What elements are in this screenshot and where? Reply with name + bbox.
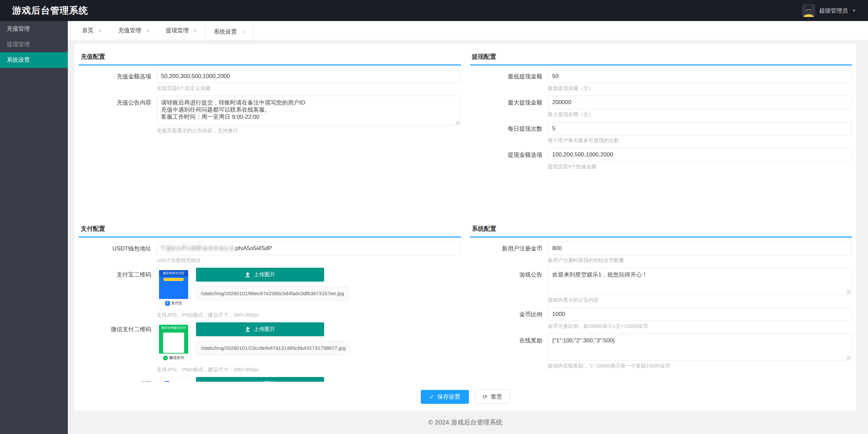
chevron-down-icon: ▼	[852, 8, 856, 13]
usdt-address-visible: pfvA5o5i4SdP	[235, 245, 272, 252]
tab-recharge[interactable]: 充值管理 ×	[110, 21, 158, 40]
close-icon[interactable]: ×	[242, 29, 245, 35]
user-name: 超级管理员	[819, 7, 848, 15]
alipay-qr-hint: 支持JPG、PNG格式，建议尺寸：300×300px	[157, 312, 460, 318]
avatar[interactable]	[802, 4, 815, 17]
app-title: 游戏后台管理系统	[12, 4, 88, 17]
alipay-logo-text: 支付宝	[171, 301, 182, 306]
withdraw-max-label: 最大提现金额	[470, 96, 548, 118]
usdt-address-label: USDT钱包地址	[79, 242, 157, 264]
upload-icon	[245, 272, 251, 278]
game-notice-label: 游戏公告	[470, 268, 548, 303]
tab-bar: 首页 × 充值管理 × 提现管理 × 系统设置 ×	[68, 21, 868, 40]
sidebar-item-withdraw[interactable]: 提现管理	[0, 37, 68, 52]
right-column: 提现配置 最低提现金额 最低提现金额（元） 最大提现金额	[470, 48, 852, 382]
withdraw-min-input[interactable]	[548, 70, 852, 83]
recharge-amounts-label: 充值金额选项	[79, 70, 157, 92]
recharge-amounts-hint: 充值页面6个自定义金额	[157, 85, 460, 92]
game-notice-hint: 游戏内显示的公告内容	[548, 297, 852, 303]
reset-button-label: 重置	[491, 393, 502, 401]
alipay-upload-button[interactable]: 上传图片	[196, 268, 324, 282]
tab-home[interactable]: 首页 ×	[74, 21, 110, 40]
system-config-card: 系统配置 新用户注册金币 新用户注册时获得的初始金币数量 游戏公告	[470, 220, 852, 369]
tab-home-label: 首页	[82, 26, 94, 34]
wechat-card-header: 推荐使用微信支付	[159, 325, 188, 331]
wechat-logo-icon: ✓	[163, 356, 168, 360]
withdraw-daily-label: 每日提现次数	[470, 122, 548, 144]
avatar-hair	[805, 5, 812, 10]
app-header: 游戏后台管理系统 超级管理员 ▼	[0, 0, 868, 21]
alipay-logo-icon: 支	[165, 301, 170, 306]
register-gold-input[interactable]	[548, 242, 852, 255]
reset-button[interactable]: ⟳ 重置	[475, 390, 510, 404]
user-menu[interactable]: 超级管理员 ▼	[802, 4, 856, 17]
upload-button-label: 上传图片	[254, 271, 275, 278]
withdraw-options-hint: 提现页面5个快速金额	[548, 164, 852, 170]
alipay-card-header: 推荐使用支付宝	[159, 270, 188, 277]
wechat-qr-area	[163, 333, 184, 353]
left-column: 充值配置 充值金额选项 充值页面6个自定义金额 充值公告内容	[79, 48, 461, 382]
withdraw-max-input[interactable]	[548, 96, 852, 109]
save-button-label: 保存设置	[437, 393, 460, 401]
tab-withdraw[interactable]: 提现管理 ×	[158, 21, 205, 40]
save-settings-button[interactable]: ✓ 保存设置	[421, 390, 469, 404]
page-footer: © 2024 游戏后台管理系统	[75, 411, 856, 434]
form-actions: ✓ 保存设置 ⟳ 重置	[79, 390, 852, 404]
online-reward-label: 在线奖励	[470, 334, 548, 369]
online-reward-hint: 游戏内在线奖励，"1":10000表示第一个奖励10000金币	[548, 363, 852, 369]
bitcoin-logo-text: 比特币	[171, 381, 183, 382]
sidebar-item-settings[interactable]: 系统设置	[0, 52, 68, 68]
wechat-image-path: /static/img/20260101/23cc9efe87d131485c6…	[196, 341, 350, 355]
sidebar-item-recharge[interactable]: 充值管理	[0, 21, 68, 37]
register-gold-label: 新用户注册金币	[470, 242, 548, 264]
avatar-shirt	[804, 14, 814, 17]
upload-button-label: 上传图片	[254, 326, 275, 333]
usdt-address-redacted: TQk1Pz8RwXhmLb	[161, 245, 235, 252]
recharge-notice-label: 充值公告内容	[79, 96, 157, 134]
tab-withdraw-label: 提现管理	[166, 26, 189, 34]
game-notice-textarea[interactable]: 欢迎来到星空娱乐1，祝您玩得开心！	[548, 268, 852, 295]
close-icon[interactable]: ×	[98, 27, 102, 34]
gold-ratio-input[interactable]	[548, 307, 852, 321]
withdraw-daily-input[interactable]	[548, 122, 852, 135]
alipay-qr-thumbnail: 推荐使用支付宝 支 支付宝	[157, 268, 191, 310]
alipay-badge	[163, 278, 184, 281]
usdt-address-hint: USDT充值钱包地址	[157, 257, 460, 264]
close-icon[interactable]: ×	[194, 27, 197, 34]
register-gold-hint: 新用户注册时获得的初始金币数量	[548, 257, 852, 264]
copyright-text: © 2024 游戏后台管理系统	[428, 418, 502, 427]
wechat-qr-hint: 支持JPG、PNG格式，建议尺寸：300×300px	[157, 366, 460, 373]
gold-ratio-label: 金币比例	[470, 307, 548, 329]
usdt-address-input[interactable]: TQk1Pz8RwXhmLb pfvA5o5i4SdP	[157, 242, 460, 255]
withdraw-config-card: 提现配置 最低提现金额 最低提现金额（元） 最大提现金额	[470, 48, 852, 214]
settings-panel: 充值配置 充值金额选项 充值页面6个自定义金额 充值公告内容	[75, 44, 856, 411]
recharge-config-title: 充值配置	[79, 48, 461, 65]
wechat-upload-button[interactable]: 上传图片	[196, 322, 324, 336]
usdt-upload-button[interactable]: 上传图片	[196, 377, 324, 382]
close-icon[interactable]: ×	[146, 27, 150, 34]
alipay-image-path: /static/img/20260101/86ec6742380c5d4fadc…	[196, 286, 349, 301]
alipay-qr-label: 支付宝二维码	[79, 268, 157, 318]
tab-settings-label: 系统设置	[214, 28, 237, 36]
tab-settings[interactable]: 系统设置 ×	[205, 23, 254, 41]
bitcoin-logo-icon: B	[164, 381, 170, 382]
usdt-qr-label: USDT二维码	[79, 377, 157, 382]
recharge-config-card: 充值配置 充值金额选项 充值页面6个自定义金额 充值公告内容	[79, 48, 461, 214]
withdraw-min-label: 最低提现金额	[470, 70, 548, 92]
main-area: 首页 × 充值管理 × 提现管理 × 系统设置 × 充值配置	[68, 21, 868, 434]
avatar-beard	[806, 10, 811, 12]
online-reward-textarea[interactable]: {"1":100,"2":300,"3":500}	[548, 334, 852, 361]
recharge-amounts-input[interactable]	[157, 70, 460, 83]
withdraw-daily-hint: 每个用户每天最多可提现的次数	[548, 137, 852, 144]
withdraw-options-label: 提现金额选项	[470, 148, 548, 170]
recharge-notice-hint: 充值页面显示的公告内容，支持换行	[157, 128, 460, 134]
payment-config-card: 支付配置 USDT钱包地址 TQk1Pz8RwXhmLb pfvA5o5i4Sd…	[79, 220, 461, 382]
sidebar: 充值管理 提现管理 系统设置	[0, 21, 68, 434]
upload-button-label: 上传图片	[254, 380, 275, 382]
wechat-logo-text: 微信支付	[169, 355, 184, 360]
withdraw-max-hint: 最大提现金额（元）	[548, 111, 852, 118]
system-config-title: 系统配置	[470, 220, 852, 238]
recharge-notice-textarea[interactable]: 请转账后再进行提交，转账时请在备注中填写您的用户ID 充值中遇到任何问题都可以联…	[157, 96, 460, 126]
usdt-qr-thumbnail: B 比特币	[157, 377, 191, 382]
withdraw-options-input[interactable]	[548, 148, 852, 162]
